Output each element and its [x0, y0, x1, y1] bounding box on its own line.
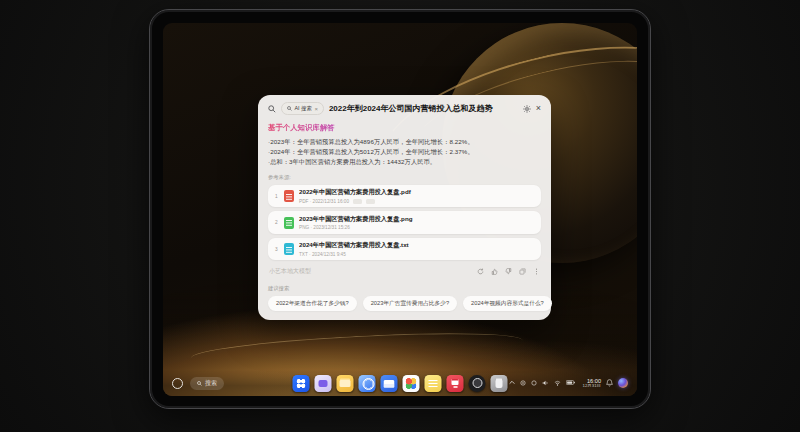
- search-icon: [287, 106, 292, 111]
- ai-search-panel: AI 搜索 × 2022年到2024年公司国内营销投入总和及趋势 × 基于个人知…: [258, 95, 551, 320]
- thumbs-down-icon[interactable]: [505, 268, 512, 275]
- battery-icon: [566, 380, 575, 385]
- references-label: 参考来源:: [268, 174, 541, 181]
- taskbar-search-pill[interactable]: 搜索: [190, 377, 224, 390]
- reference-meta: PNG · 2023/12/31 15:26: [299, 225, 350, 230]
- ai-chip-label: AI 搜索: [295, 105, 312, 112]
- answer-line-2024: ·2024年：全年营销预算总投入为5012万人民币，全年同比增长：2.37%。: [268, 147, 541, 157]
- assistant-input[interactable]: 小艺本地大模型: [269, 267, 477, 276]
- chevron-up-icon[interactable]: [509, 380, 515, 385]
- search-icon: [197, 381, 202, 386]
- app-launcher-icon[interactable]: [293, 375, 310, 392]
- txt-file-icon: [284, 243, 294, 255]
- tablet-screen: AI 搜索 × 2022年到2024年公司国内营销投入总和及趋势 × 基于个人知…: [163, 23, 637, 396]
- more-options-icon[interactable]: [533, 268, 540, 275]
- answer-source-header: 基于个人知识库解答: [268, 123, 541, 133]
- email-app-icon[interactable]: [381, 375, 398, 392]
- suggestions-label: 建议搜索: [268, 285, 541, 292]
- celia-assistant-avatar[interactable]: [618, 378, 628, 388]
- reference-item-txt[interactable]: 3 2024年中国区营销方案费用投入复盘.txt TXT · 2024/12/3…: [268, 238, 541, 261]
- reference-filename: 2023年中国区营销方案费用投入复盘.png: [299, 215, 534, 224]
- search-icon: [268, 105, 276, 113]
- pdf-file-icon: [284, 190, 294, 202]
- ai-search-filter-chip[interactable]: AI 搜索 ×: [281, 102, 324, 115]
- suggestion-chip-1[interactable]: 2022年渠道合作花了多少钱?: [268, 296, 357, 311]
- suggestion-chip-2[interactable]: 2023年广告宣传费用占比多少?: [363, 296, 457, 311]
- tablet-device: AI 搜索 × 2022年到2024年公司国内营销投入总和及趋势 × 基于个人知…: [149, 9, 651, 409]
- volume-icon[interactable]: [542, 380, 549, 386]
- reference-meta: PDF · 2022/12/31 16:00: [299, 199, 349, 204]
- png-file-icon: [284, 217, 294, 229]
- appgallery-app-icon[interactable]: [447, 375, 464, 392]
- status-circle-icon[interactable]: [520, 380, 526, 386]
- notification-bell-icon[interactable]: [606, 379, 613, 387]
- taskbar: 搜索: [163, 370, 637, 396]
- files-app-icon[interactable]: [337, 375, 354, 392]
- settings-gear-icon[interactable]: [523, 105, 531, 113]
- answer-line-total: ·总和：3年中国区营销方案费用总投入为：14432万人民币。: [268, 157, 541, 167]
- status-record-icon[interactable]: [531, 380, 537, 386]
- thumbs-up-icon[interactable]: [491, 268, 498, 275]
- taskbar-clock[interactable]: 16:00 12月31日: [582, 378, 601, 389]
- chip-close-icon[interactable]: ×: [314, 106, 318, 112]
- trash-app-icon[interactable]: [491, 375, 508, 392]
- suggestion-chip-3[interactable]: 2024年视频内容形式是什么?: [463, 296, 552, 311]
- notes-app-icon[interactable]: [425, 375, 442, 392]
- taskbar-search-label: 搜索: [205, 379, 217, 388]
- camera-app-icon[interactable]: [469, 375, 486, 392]
- copy-icon[interactable]: [519, 268, 526, 275]
- reference-meta: TXT · 2024/12/31 9:45: [299, 252, 346, 257]
- reference-tag-chip: [366, 199, 375, 204]
- reference-item-pdf[interactable]: 1 2022年中国区营销方案费用投入复盘.pdf PDF · 2022/12/3…: [268, 185, 541, 208]
- close-icon[interactable]: ×: [536, 104, 541, 113]
- assistant-ring-icon[interactable]: [172, 378, 183, 389]
- answer-line-2023: ·2023年：全年营销预算总投入为4896万人民币，全年同比增长：8.22%。: [268, 137, 541, 147]
- search-bar: AI 搜索 × 2022年到2024年公司国内营销投入总和及趋势 ×: [268, 102, 541, 115]
- meetime-app-icon[interactable]: [315, 375, 332, 392]
- clock-date: 12月31日: [582, 384, 601, 389]
- regenerate-icon[interactable]: [477, 268, 484, 275]
- reference-tag-chip: [353, 199, 362, 204]
- followup-input-row: 小艺本地大模型: [268, 264, 541, 278]
- status-tray: 16:00 12月31日: [509, 378, 628, 389]
- wifi-icon[interactable]: [554, 380, 561, 386]
- reference-index: 2: [275, 220, 279, 225]
- reference-filename: 2024年中国区营销方案费用投入复盘.txt: [299, 241, 534, 250]
- reference-index: 1: [275, 194, 279, 199]
- browser-app-icon[interactable]: [359, 375, 376, 392]
- gallery-app-icon[interactable]: [403, 375, 420, 392]
- reference-filename: 2022年中国区营销方案费用投入复盘.pdf: [299, 188, 534, 197]
- app-dock: [293, 375, 508, 392]
- reference-item-png[interactable]: 2 2023年中国区营销方案费用投入复盘.png PNG · 2023/12/3…: [268, 211, 541, 234]
- search-query-text[interactable]: 2022年到2024年公司国内营销投入总和及趋势: [329, 103, 518, 114]
- reference-index: 3: [275, 247, 279, 252]
